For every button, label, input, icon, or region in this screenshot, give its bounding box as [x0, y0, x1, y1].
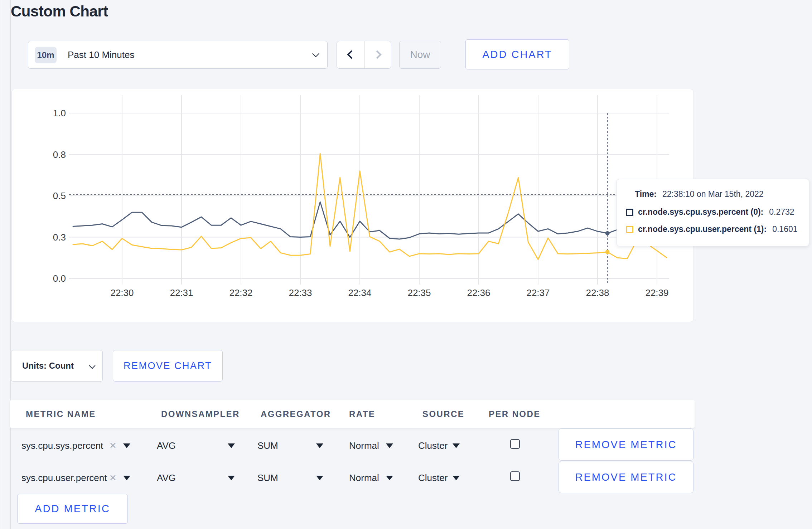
svg-text:22:31: 22:31: [170, 287, 193, 298]
source-select[interactable]: Cluster: [418, 472, 448, 484]
chevron-right-icon: [373, 50, 381, 59]
metrics-table-header: METRIC NAME DOWNSAMPLER AGGREGATOR RATE …: [10, 400, 695, 428]
rate-select[interactable]: Normal: [349, 472, 379, 484]
metric-dropdown-arrow-icon[interactable]: [123, 443, 130, 448]
downsampler-arrow-icon[interactable]: [228, 443, 235, 448]
col-metric-name: METRIC NAME: [26, 400, 96, 428]
svg-text:22:37: 22:37: [526, 287, 550, 298]
downsampler-select[interactable]: AVG: [157, 472, 176, 484]
col-source: SOURCE: [422, 400, 464, 428]
col-rate: RATE: [349, 400, 375, 428]
aggregator-arrow-icon[interactable]: [316, 443, 323, 448]
time-nav-group: [337, 41, 391, 69]
remove-metric-x-icon[interactable]: ×: [110, 439, 116, 452]
aggregator-select[interactable]: SUM: [257, 440, 278, 451]
tooltip-time-value: 22:38:10 on Mar 15th, 2022: [662, 189, 764, 199]
per-node-checkbox[interactable]: [510, 471, 520, 481]
tooltip-series-label: cr.node.sys.cpu.user.percent (1):: [638, 224, 767, 234]
content-left-rule: [10, 0, 11, 529]
units-label: Units: Count: [22, 350, 74, 381]
svg-text:0.8: 0.8: [53, 149, 66, 160]
remove-metric-button[interactable]: REMOVE METRIC: [559, 461, 693, 493]
col-downsampler: DOWNSAMPLER: [161, 400, 240, 428]
source-arrow-icon[interactable]: [453, 476, 460, 480]
source-select[interactable]: Cluster: [418, 440, 448, 451]
rate-select[interactable]: Normal: [349, 440, 379, 451]
time-forward-button[interactable]: [364, 41, 392, 68]
downsampler-arrow-icon[interactable]: [228, 476, 235, 480]
remove-metric-button[interactable]: REMOVE METRIC: [559, 428, 693, 461]
time-range-badge: 10m: [35, 47, 57, 63]
col-aggregator: AGGREGATOR: [261, 400, 331, 428]
rate-arrow-icon[interactable]: [386, 476, 393, 480]
svg-text:22:36: 22:36: [467, 287, 490, 298]
now-button[interactable]: Now: [399, 41, 441, 69]
units-dropdown[interactable]: Units: Count: [11, 350, 103, 382]
rate-arrow-icon[interactable]: [386, 443, 393, 448]
svg-text:22:32: 22:32: [229, 287, 252, 298]
page-title: Custom Chart: [11, 3, 108, 20]
svg-text:22:30: 22:30: [110, 287, 134, 298]
source-arrow-icon[interactable]: [453, 443, 460, 448]
svg-text:0.5: 0.5: [53, 190, 66, 201]
remove-metric-x-icon[interactable]: ×: [110, 471, 116, 484]
tooltip-series-value: 0.1601: [772, 224, 797, 234]
svg-text:22:39: 22:39: [645, 287, 668, 298]
svg-text:0.3: 0.3: [53, 232, 66, 243]
chevron-down-icon: [89, 362, 95, 369]
svg-text:0.0: 0.0: [53, 273, 66, 284]
metric-name-select[interactable]: sys.cpu.user.percent: [21, 472, 107, 484]
aggregator-arrow-icon[interactable]: [316, 476, 323, 480]
chevron-left-icon: [347, 50, 356, 59]
svg-text:22:35: 22:35: [407, 287, 431, 298]
time-range-label: Past 10 Minutes: [68, 41, 134, 68]
col-per-node: PER NODE: [489, 400, 541, 428]
chart-tooltip: Time: 22:38:10 on Mar 15th, 2022 cr.node…: [617, 179, 809, 246]
custom-chart[interactable]: 0.00.30.50.81.022:3022:3122:3222:3322:34…: [12, 89, 694, 322]
metric-dropdown-arrow-icon[interactable]: [123, 476, 130, 480]
time-range-dropdown[interactable]: 10m Past 10 Minutes: [28, 41, 328, 69]
series-sys-swatch: [626, 209, 633, 216]
svg-text:22:34: 22:34: [348, 287, 371, 298]
tooltip-series-value: 0.2732: [769, 207, 794, 217]
time-back-button[interactable]: [337, 41, 364, 68]
downsampler-select[interactable]: AVG: [157, 440, 176, 451]
tooltip-time-label: Time:: [635, 189, 657, 199]
svg-text:22:38: 22:38: [586, 287, 609, 298]
per-node-checkbox[interactable]: [510, 439, 520, 449]
svg-text:22:33: 22:33: [289, 287, 312, 298]
remove-chart-button[interactable]: REMOVE CHART: [113, 350, 223, 382]
sidebar-edge-line: [2, 0, 2, 529]
series-user-swatch: [626, 226, 633, 233]
add-metric-button[interactable]: ADD METRIC: [17, 494, 128, 524]
svg-text:1.0: 1.0: [53, 108, 66, 118]
chart-panel: 0.00.30.50.81.022:3022:3122:3222:3322:34…: [11, 89, 694, 322]
add-chart-button[interactable]: ADD CHART: [465, 39, 569, 69]
aggregator-select[interactable]: SUM: [257, 472, 278, 484]
tooltip-series-label: cr.node.sys.cpu.sys.percent (0):: [638, 207, 763, 217]
metric-name-select[interactable]: sys.cpu.sys.percent: [21, 440, 103, 451]
chevron-down-icon: [312, 50, 319, 57]
